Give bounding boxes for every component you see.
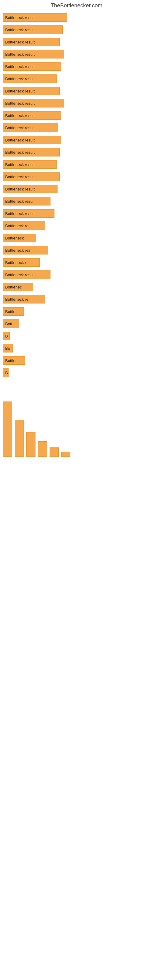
bar-17: Bottleneck re [3, 221, 45, 230]
bar-row-11: Bottleneck result [3, 148, 150, 156]
bar-label-14: Bottleneck result [5, 187, 35, 191]
bar-row-7: Bottleneck result [3, 99, 150, 108]
bar-row-26: B [3, 332, 150, 340]
bar-row-6: Bottleneck result [3, 87, 150, 95]
bar-label-18: Bottleneck [5, 236, 24, 240]
bar-row-17: Bottleneck re [3, 221, 150, 230]
bar-label-21: Bottleneck resu [5, 272, 33, 277]
bar-row-22: Bottlenec [3, 283, 150, 291]
site-title: TheBottlenecker.com [0, 0, 153, 10]
bar-label-28: Bottler [5, 358, 17, 363]
bar-label-7: Bottleneck result [5, 101, 35, 106]
vertical-bar-3 [38, 441, 47, 457]
bar-6: Bottleneck result [3, 87, 60, 95]
bar-label-3: Bottleneck result [5, 52, 35, 57]
bar-label-8: Bottleneck result [5, 113, 35, 118]
bar-14: Bottleneck result [3, 185, 57, 193]
bar-7: Bottleneck result [3, 99, 64, 108]
bar-label-4: Bottleneck result [5, 64, 35, 69]
bar-24: Bottle [3, 307, 24, 316]
bar-row-0: Bottleneck result [3, 13, 150, 22]
bar-8: Bottleneck result [3, 111, 61, 120]
bar-27: Bo [3, 344, 13, 353]
bar-19: Bottleneck res [3, 246, 48, 255]
bar-label-25: Bott [5, 321, 12, 326]
bar-20: Bottleneck r [3, 258, 40, 267]
bar-1: Bottleneck result [3, 25, 63, 34]
bar-label-10: Bottleneck result [5, 138, 35, 142]
bar-5: Bottleneck result [3, 75, 57, 83]
site-title-container: TheBottlenecker.com [0, 0, 153, 10]
bar-15: Bottleneck resu [3, 197, 51, 205]
bar-label-17: Bottleneck re [5, 224, 29, 228]
bar-row-29: B [3, 368, 150, 377]
bar-0: Bottleneck result [3, 13, 67, 22]
bar-label-29: B [5, 371, 8, 375]
bar-12: Bottleneck result [3, 160, 57, 169]
bar-label-26: B [5, 334, 8, 339]
vertical-bar-1 [15, 420, 24, 457]
vertical-bar-0 [3, 401, 12, 457]
bar-29: B [3, 368, 9, 377]
bar-row-13: Bottleneck result [3, 172, 150, 181]
vertical-bar-5 [61, 452, 70, 457]
bar-row-9: Bottleneck result [3, 123, 150, 132]
bar-row-24: Bottle [3, 307, 150, 316]
bar-row-25: Bott [3, 320, 150, 328]
bar-2: Bottleneck result [3, 38, 60, 46]
bar-label-11: Bottleneck result [5, 150, 35, 155]
bar-13: Bottleneck result [3, 172, 60, 181]
bar-row-18: Bottleneck [3, 234, 150, 242]
bar-row-4: Bottleneck result [3, 62, 150, 71]
bar-label-9: Bottleneck result [5, 126, 35, 130]
bar-28: Bottler [3, 356, 25, 365]
bar-label-19: Bottleneck res [5, 248, 30, 253]
bar-9: Bottleneck result [3, 123, 58, 132]
bar-label-20: Bottleneck r [5, 260, 26, 265]
bar-row-16: Bottleneck result [3, 209, 150, 218]
bar-row-27: Bo [3, 344, 150, 353]
bar-row-3: Bottleneck result [3, 50, 150, 59]
bar-18: Bottleneck [3, 234, 36, 242]
bar-row-28: Bottler [3, 356, 150, 365]
bar-row-20: Bottleneck r [3, 258, 150, 267]
bar-row-1: Bottleneck result [3, 25, 150, 34]
bar-row-8: Bottleneck result [3, 111, 150, 120]
bar-10: Bottleneck result [3, 136, 61, 144]
bar-label-13: Bottleneck result [5, 175, 35, 179]
bar-label-22: Bottlenec [5, 285, 22, 290]
bar-22: Bottlenec [3, 283, 33, 291]
bar-row-14: Bottleneck result [3, 185, 150, 193]
bar-label-5: Bottleneck result [5, 76, 35, 81]
bar-row-12: Bottleneck result [3, 160, 150, 169]
bar-row-10: Bottleneck result [3, 136, 150, 144]
bar-21: Bottleneck resu [3, 270, 51, 279]
bar-row-19: Bottleneck res [3, 246, 150, 255]
bar-label-2: Bottleneck result [5, 40, 35, 45]
vertical-bar-2 [26, 432, 35, 457]
bar-row-5: Bottleneck result [3, 75, 150, 83]
bar-26: B [3, 332, 10, 340]
bar-25: Bott [3, 320, 19, 328]
bar-3: Bottleneck result [3, 50, 64, 59]
vertical-bar-4 [49, 447, 59, 457]
bars-container: Bottleneck resultBottleneck resultBottle… [0, 10, 153, 377]
bar-16: Bottleneck result [3, 209, 54, 218]
bar-row-2: Bottleneck result [3, 38, 150, 46]
bar-row-21: Bottleneck resu [3, 270, 150, 279]
bar-label-23: Bottleneck re [5, 297, 29, 302]
bar-label-27: Bo [5, 346, 10, 351]
bar-row-23: Bottleneck re [3, 295, 150, 304]
bar-label-12: Bottleneck result [5, 162, 35, 167]
bar-4: Bottleneck result [3, 62, 61, 71]
bar-11: Bottleneck result [3, 148, 60, 156]
bar-23: Bottleneck re [3, 295, 45, 304]
vertical-bars-section [0, 395, 153, 457]
bar-label-0: Bottleneck result [5, 15, 35, 20]
bar-label-1: Bottleneck result [5, 27, 35, 32]
bar-label-24: Bottle [5, 309, 15, 314]
bar-label-6: Bottleneck result [5, 89, 35, 94]
bar-row-15: Bottleneck resu [3, 197, 150, 205]
bar-label-15: Bottleneck resu [5, 199, 33, 204]
bar-label-16: Bottleneck result [5, 211, 35, 216]
